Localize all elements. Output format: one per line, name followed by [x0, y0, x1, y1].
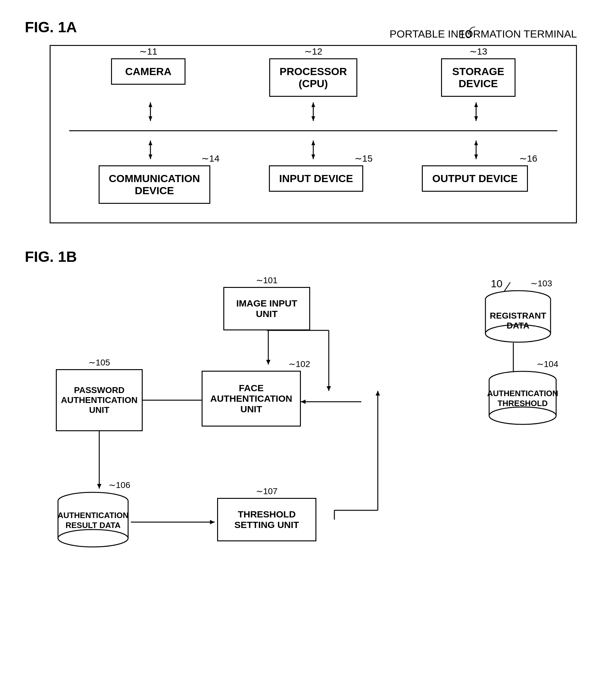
svg-marker-11 — [149, 141, 152, 145]
arrow-inp — [307, 141, 320, 159]
arrow-106-107 — [131, 516, 218, 528]
fig1a-top-row: ∼11 CAMERA ∼12 PROCESSOR(CPU) ∼13 STORAG… — [69, 58, 557, 97]
fig1a-divider — [69, 130, 557, 131]
svg-text:DATA: DATA — [506, 321, 529, 330]
auth-result-cylinder-svg: AUTHENTICATION RESULT DATA — [56, 492, 130, 549]
password-auth-box: PASSWORDAUTHENTICATIONUNIT — [56, 369, 143, 431]
auth-threshold: ∼104 AUTHENTICATION THRESHOLD — [487, 371, 558, 428]
ref-13: ∼13 — [469, 46, 487, 57]
svg-marker-45 — [301, 400, 305, 404]
fig1b: FIG. 1B 10 ∼101 IMAGE INPUTUNIT ∼103 — [25, 248, 591, 600]
ref-103: ∼103 — [530, 278, 552, 288]
arrow-105-106 — [93, 431, 106, 493]
threshold-setting-box: THRESHOLDSETTING UNIT — [217, 498, 316, 541]
ref10-arrow — [466, 24, 478, 39]
auth-threshold-cylinder-svg: AUTHENTICATION THRESHOLD — [487, 371, 558, 427]
svg-point-52 — [58, 530, 128, 547]
arrow-proc — [307, 103, 320, 121]
svg-point-41 — [489, 407, 556, 424]
ref-106: ∼106 — [109, 480, 130, 490]
svg-marker-15 — [312, 154, 315, 159]
camera-box: CAMERA — [111, 58, 185, 85]
face-auth-unit: ∼102 FACEAUTHENTICATIONUNIT — [202, 371, 301, 427]
svg-text:THRESHOLD: THRESHOLD — [498, 399, 548, 408]
svg-text:AUTHENTICATION: AUTHENTICATION — [487, 389, 558, 398]
fig1b-label: FIG. 1B — [25, 248, 591, 265]
input-box: INPUT DEVICE — [269, 165, 363, 192]
ref-107: ∼107 — [256, 486, 277, 497]
top-arrows — [69, 103, 557, 121]
storage-box: STORAGEDEVICE — [441, 58, 516, 97]
comm-box: COMMUNICATIONDEVICE — [99, 165, 210, 204]
ref-101: ∼101 — [256, 275, 277, 285]
ref-14: ∼14 — [201, 153, 219, 164]
svg-marker-60 — [376, 391, 380, 396]
terminal-label: PORTABLE INFORMATION TERMINAL — [389, 28, 577, 40]
arrow-107-104 — [316, 386, 384, 523]
threshold-setting-unit: ∼107 THRESHOLDSETTING UNIT — [217, 498, 316, 541]
svg-marker-17 — [474, 141, 478, 145]
ref-12: ∼12 — [304, 46, 322, 57]
svg-marker-12 — [149, 154, 152, 159]
fig1a: FIG. 1A 10 PORTABLE INFORMATION TERMINAL… — [25, 19, 591, 223]
output-box: OUTPUT DEVICE — [422, 165, 528, 192]
svg-marker-14 — [312, 141, 315, 145]
svg-marker-6 — [312, 116, 315, 121]
svg-marker-56 — [210, 520, 215, 524]
svg-marker-5 — [312, 103, 315, 107]
arrow-cam — [144, 103, 157, 121]
arrow-comm — [144, 141, 157, 159]
ref-102: ∼102 — [289, 359, 310, 369]
arrow-out — [470, 141, 482, 159]
face-auth-box: FACEAUTHENTICATIONUNIT — [202, 371, 301, 427]
processor-box: PROCESSOR(CPU) — [269, 58, 357, 97]
svg-marker-18 — [474, 154, 478, 159]
fig1a-outer-box: ∼11 CAMERA ∼12 PROCESSOR(CPU) ∼13 STORAG… — [50, 45, 577, 223]
svg-marker-3 — [149, 116, 152, 121]
svg-text:REGISTRANT: REGISTRANT — [490, 311, 546, 320]
registrant-data: ∼103 REGISTRANT DATA — [484, 290, 552, 344]
svg-text:AUTHENTICATION: AUTHENTICATION — [57, 511, 128, 520]
fig1a-bottom-row: COMMUNICATIONDEVICE ∼14 INPUT DEVICE ∼15… — [69, 165, 557, 204]
ref-11: ∼11 — [139, 46, 157, 57]
ref-16: ∼16 — [519, 153, 537, 164]
ref-104: ∼104 — [536, 359, 558, 369]
ref-105: ∼105 — [88, 358, 110, 368]
ref-15: ∼15 — [354, 153, 373, 164]
arrow-stor — [470, 103, 482, 121]
registrant-cylinder-svg: REGISTRANT DATA — [484, 290, 552, 343]
password-auth-unit: ∼105 PASSWORDAUTHENTICATIONUNIT — [56, 369, 143, 431]
fig1b-diagram: 10 ∼101 IMAGE INPUTUNIT ∼103 — [50, 275, 577, 600]
auth-result-data: ∼106 AUTHENTICATION RESULT DATA — [56, 492, 130, 550]
bottom-arrows — [69, 141, 557, 159]
svg-marker-47 — [97, 484, 101, 489]
svg-marker-2 — [149, 103, 152, 107]
svg-marker-9 — [474, 116, 478, 121]
svg-text:RESULT DATA: RESULT DATA — [65, 520, 121, 530]
svg-marker-8 — [474, 103, 478, 107]
